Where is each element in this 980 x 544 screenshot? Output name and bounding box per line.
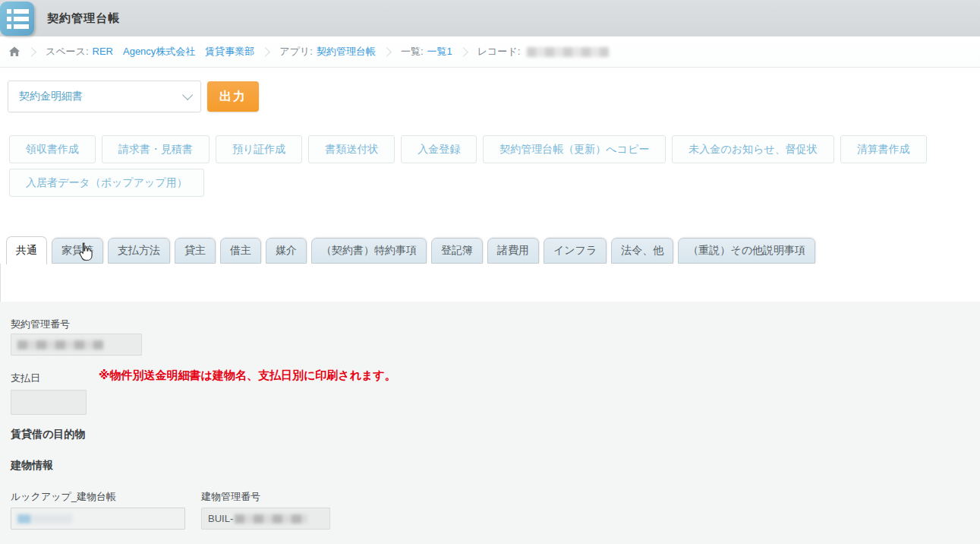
action-buttons-row2: 入居者データ（ポップアップ用） bbox=[9, 169, 980, 197]
lookup-building-field[interactable] bbox=[11, 508, 185, 530]
app-icon-row bbox=[7, 24, 34, 29]
contract-number-redacted bbox=[17, 340, 103, 349]
breadcrumb-separator-icon bbox=[458, 47, 468, 57]
breadcrumb-list-label: 一覧: bbox=[401, 45, 424, 59]
document-cover-letter-button[interactable]: 書類送付状 bbox=[308, 135, 395, 163]
building-number-field[interactable]: BUIL- bbox=[201, 508, 330, 530]
breadcrumb-list-link[interactable]: 一覧1 bbox=[427, 45, 452, 59]
payment-registration-button[interactable]: 入金登録 bbox=[401, 135, 477, 163]
create-receipt-button[interactable]: 領収書作成 bbox=[9, 135, 96, 163]
tab-laws-others[interactable]: 法令、他 bbox=[611, 238, 673, 264]
action-buttons-row1: 領収書作成 請求書・見積書 預り証作成 書類送付状 入金登録 契約管理台帳（更新… bbox=[9, 135, 980, 163]
record-name-redacted bbox=[527, 47, 609, 57]
contract-number-field[interactable] bbox=[11, 334, 142, 356]
tab-agent[interactable]: 媒介 bbox=[266, 238, 307, 264]
lookup-building-label: ルックアップ_建物台帳 bbox=[11, 490, 116, 504]
breadcrumb-separator-icon bbox=[27, 47, 36, 57]
breadcrumb-record-label: レコード: bbox=[477, 45, 521, 59]
export-bar: 契約金明細書 出力 bbox=[8, 81, 980, 112]
tab-rent[interactable]: 家賃等 bbox=[52, 238, 103, 264]
breadcrumb-separator-icon bbox=[382, 47, 392, 57]
top-bar: 契約管理台帳 bbox=[0, 0, 980, 36]
lookup-building-redacted bbox=[17, 514, 72, 523]
home-icon[interactable] bbox=[8, 46, 20, 58]
contract-number-label: 契約管理番号 bbox=[11, 318, 70, 331]
chevron-down-icon bbox=[182, 90, 193, 100]
document-type-select[interactable]: 契約金明細書 bbox=[8, 81, 201, 112]
tab-lessee[interactable]: 借主 bbox=[220, 238, 261, 264]
section-rental-object: 賃貸借の目的物 bbox=[11, 428, 85, 441]
app-icon-row bbox=[7, 17, 34, 21]
building-number-label: 建物管理番号 bbox=[201, 490, 260, 504]
print-notice-text: ※物件別送金明細書は建物名、支払日別に印刷されます。 bbox=[99, 368, 396, 383]
tab-bar: 共通 家賃等 支払方法 貸主 借主 媒介 （契約書）特約事項 登記簿 諸費用 イ… bbox=[0, 235, 980, 264]
tab-payment-method[interactable]: 支払方法 bbox=[108, 238, 170, 264]
tab-common[interactable]: 共通 bbox=[6, 236, 47, 264]
breadcrumb-app-link[interactable]: 契約管理台帳 bbox=[317, 45, 376, 59]
app-window: 契約管理台帳 スペース: RER Agency株式会社 賃貸事業部 アプリ: 契… bbox=[0, 0, 980, 544]
tab-other-explanations[interactable]: （重説）その他説明事項 bbox=[678, 238, 815, 264]
building-number-redacted bbox=[235, 514, 307, 523]
create-settlement-button[interactable]: 清算書作成 bbox=[840, 135, 927, 163]
breadcrumb-separator-icon bbox=[260, 47, 270, 57]
tab-infrastructure[interactable]: インフラ bbox=[544, 238, 607, 264]
tab-contract-special-terms[interactable]: （契約書）特約事項 bbox=[311, 238, 427, 264]
unpaid-notice-reminder-button[interactable]: 未入金のお知らせ、督促状 bbox=[672, 135, 833, 163]
tenant-data-popup-button[interactable]: 入居者データ（ポップアップ用） bbox=[9, 169, 204, 197]
payment-day-field[interactable] bbox=[11, 390, 87, 415]
tab-registry[interactable]: 登記簿 bbox=[431, 238, 483, 264]
tab-expenses[interactable]: 諸費用 bbox=[487, 238, 539, 264]
document-type-value: 契約金明細書 bbox=[19, 90, 83, 103]
breadcrumb: スペース: RER Agency株式会社 賃貸事業部 アプリ: 契約管理台帳 一… bbox=[0, 36, 980, 68]
app-icon-row bbox=[7, 9, 34, 14]
app-ledger-icon[interactable] bbox=[0, 2, 34, 36]
record-form: 契約管理番号 支払日 ※物件別送金明細書は建物名、支払日別に印刷されます。 賃貸… bbox=[0, 302, 980, 544]
breadcrumb-app-label: アプリ: bbox=[279, 45, 313, 59]
tab-lessor[interactable]: 貸主 bbox=[175, 238, 216, 264]
section-building-info: 建物情報 bbox=[11, 459, 53, 473]
create-deposit-certificate-button[interactable]: 預り証作成 bbox=[216, 135, 302, 163]
payment-day-label: 支払日 bbox=[11, 372, 40, 385]
output-button[interactable]: 出力 bbox=[207, 81, 259, 112]
building-number-prefix: BUIL- bbox=[208, 513, 233, 524]
page-title: 契約管理台帳 bbox=[47, 11, 120, 26]
copy-to-renewal-ledger-button[interactable]: 契約管理台帳（更新）へコピー bbox=[483, 135, 666, 163]
tab-content-panel bbox=[0, 264, 980, 302]
breadcrumb-space-label: スペース: bbox=[46, 45, 89, 59]
invoice-estimate-button[interactable]: 請求書・見積書 bbox=[102, 135, 210, 163]
breadcrumb-space-link[interactable]: RER Agency株式会社 賃貸事業部 bbox=[93, 45, 255, 59]
